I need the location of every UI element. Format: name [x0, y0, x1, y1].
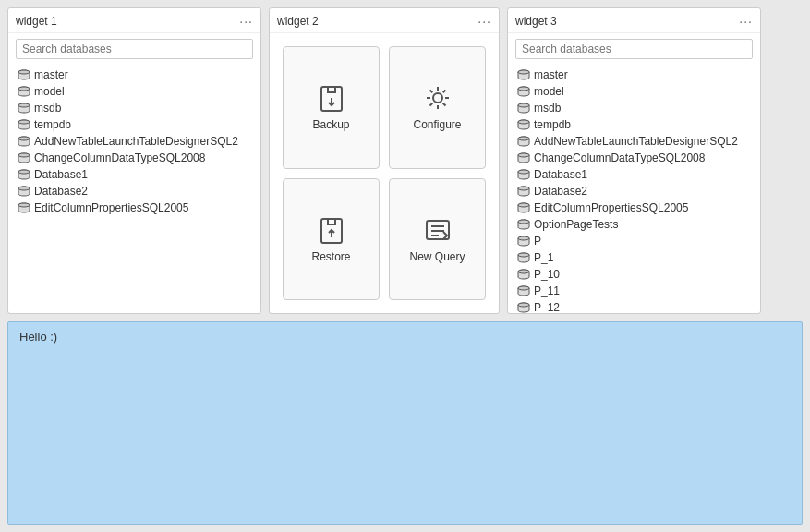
- database-icon: [517, 285, 530, 296]
- database-icon: [18, 186, 30, 197]
- db-name: Database2: [534, 185, 751, 198]
- widget-1-search-box: [8, 33, 260, 65]
- db-name: P: [534, 235, 751, 248]
- list-item[interactable]: AddNewTableLaunchTableDesignerSQL2: [508, 133, 760, 150]
- svg-point-50: [518, 270, 529, 273]
- database-icon: [517, 119, 530, 130]
- svg-point-17: [18, 203, 30, 207]
- restore-button[interactable]: Restore: [283, 178, 380, 301]
- backup-icon: [317, 83, 346, 113]
- list-item[interactable]: msdb: [8, 100, 260, 116]
- svg-point-28: [518, 87, 529, 91]
- widget-2-menu-icon[interactable]: ···: [478, 14, 491, 29]
- widget-3-menu-icon[interactable]: ···: [739, 14, 753, 29]
- list-item[interactable]: EditColumnPropertiesSQL2005: [8, 200, 260, 216]
- db-name: tempdb: [34, 118, 251, 131]
- svg-point-48: [518, 253, 529, 257]
- list-item[interactable]: Database2: [8, 183, 260, 200]
- list-item[interactable]: Database2: [508, 183, 760, 200]
- db-name: P_10: [534, 268, 751, 281]
- db-name: P_1: [534, 251, 751, 264]
- database-icon: [18, 69, 30, 80]
- list-item[interactable]: model: [508, 83, 760, 100]
- database-icon: [517, 169, 530, 180]
- database-icon: [517, 219, 530, 230]
- svg-point-42: [518, 203, 529, 207]
- svg-point-11: [18, 153, 30, 157]
- widget-1-menu-icon[interactable]: ···: [239, 14, 253, 29]
- database-icon: [517, 69, 530, 80]
- new-query-button[interactable]: New Query: [389, 178, 486, 301]
- db-name: master: [34, 68, 251, 81]
- database-icon: [517, 202, 530, 213]
- list-item[interactable]: model: [8, 83, 260, 100]
- db-name: model: [34, 85, 251, 98]
- widget-1-db-list: master model msdb tempdb AddNewTableLaun…: [8, 65, 260, 313]
- list-item[interactable]: master: [8, 66, 260, 83]
- database-icon: [517, 236, 530, 247]
- database-icon: [517, 103, 530, 114]
- database-icon: [517, 152, 530, 163]
- widget-1: widget 1 ··· master model msdb tempdb Ad…: [7, 7, 261, 314]
- svg-point-19: [433, 93, 442, 103]
- database-icon: [18, 152, 30, 163]
- db-name: P_12: [534, 301, 751, 313]
- configure-icon: [423, 83, 453, 113]
- backup-label: Backup: [312, 118, 349, 131]
- database-icon: [18, 119, 30, 130]
- list-item[interactable]: P: [508, 233, 760, 249]
- db-name: P_11: [534, 284, 751, 297]
- new-query-label: New Query: [409, 250, 465, 263]
- db-name: msdb: [534, 102, 751, 115]
- backup-button[interactable]: Backup: [283, 46, 380, 169]
- list-item[interactable]: P_12: [508, 299, 760, 313]
- widget-3-db-list: master model msdb tempdb AddNewTableLaun…: [508, 65, 760, 313]
- list-item[interactable]: P_10: [508, 266, 760, 283]
- configure-button[interactable]: Configure: [389, 46, 486, 169]
- list-item[interactable]: EditColumnPropertiesSQL2005: [508, 200, 760, 216]
- bottom-panel: Hello :): [7, 321, 803, 525]
- db-name: ChangeColumnDataTypeSQL2008: [34, 151, 251, 164]
- widget-1-search-input[interactable]: [16, 39, 253, 59]
- list-item[interactable]: P_11: [508, 283, 760, 299]
- db-name: msdb: [34, 102, 251, 115]
- new-query-icon: [423, 215, 453, 245]
- widget-1-title: widget 1: [16, 15, 57, 28]
- list-item[interactable]: Database1: [8, 166, 260, 183]
- svg-point-5: [18, 103, 30, 107]
- database-icon: [18, 86, 30, 97]
- list-item[interactable]: Database1: [508, 166, 760, 183]
- svg-point-13: [18, 170, 30, 174]
- database-icon: [18, 169, 30, 180]
- db-name: Database1: [34, 168, 251, 181]
- widget-3: widget 3 ··· master model msdb tempdb Ad…: [507, 7, 761, 314]
- list-item[interactable]: tempdb: [8, 116, 260, 133]
- svg-point-30: [518, 103, 529, 107]
- restore-label: Restore: [311, 250, 350, 263]
- db-name: Database1: [534, 168, 751, 181]
- list-item[interactable]: OptionPageTests: [508, 216, 760, 233]
- list-item[interactable]: ChangeColumnDataTypeSQL2008: [8, 150, 260, 166]
- svg-point-3: [18, 87, 30, 91]
- svg-point-46: [518, 236, 529, 240]
- list-item[interactable]: msdb: [508, 100, 760, 116]
- widget-3-search-input[interactable]: [515, 39, 753, 59]
- svg-point-36: [518, 153, 529, 157]
- list-item[interactable]: master: [508, 66, 760, 83]
- list-item[interactable]: ChangeColumnDataTypeSQL2008: [508, 150, 760, 166]
- db-name: tempdb: [534, 118, 751, 131]
- db-name: EditColumnPropertiesSQL2005: [534, 201, 751, 214]
- svg-point-40: [518, 187, 529, 190]
- database-icon: [517, 252, 530, 263]
- database-icon: [517, 302, 530, 313]
- svg-point-52: [518, 286, 529, 290]
- database-icon: [18, 202, 30, 213]
- widget-1-header: widget 1 ···: [8, 8, 260, 33]
- list-item[interactable]: AddNewTableLaunchTableDesignerSQL2: [8, 133, 260, 150]
- list-item[interactable]: tempdb: [508, 116, 760, 133]
- database-icon: [517, 186, 530, 197]
- svg-point-15: [18, 187, 30, 190]
- action-grid: Backup Configure Restore: [270, 33, 499, 313]
- list-item[interactable]: P_1: [508, 249, 760, 266]
- restore-icon: [317, 215, 346, 245]
